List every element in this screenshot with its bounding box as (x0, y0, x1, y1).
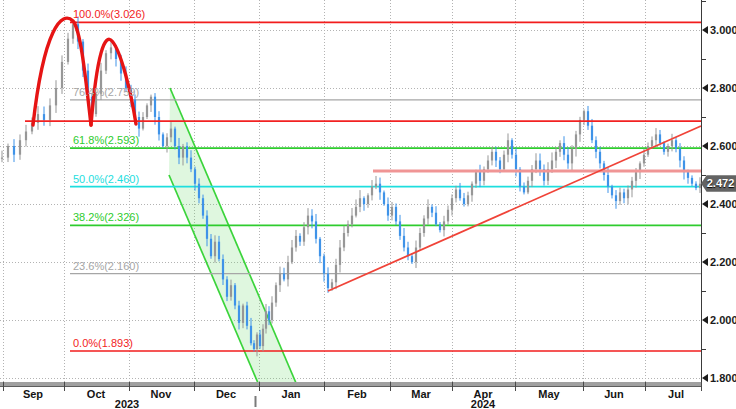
candle (535, 161, 537, 170)
candle (287, 262, 289, 279)
candle (275, 285, 277, 302)
candle (311, 216, 313, 222)
candle (210, 239, 212, 256)
candle (419, 233, 421, 248)
candle (459, 190, 461, 199)
candle (162, 134, 164, 146)
y-axis-arrow (702, 84, 708, 92)
candle (238, 306, 240, 323)
candle (19, 140, 21, 155)
y-axis-label: 2.600 (710, 140, 736, 152)
candle (659, 134, 661, 143)
candle (491, 152, 493, 161)
candle (479, 172, 481, 181)
candle (619, 192, 621, 201)
x-axis-bar (0, 382, 701, 386)
candle (471, 184, 473, 196)
candle (627, 190, 629, 199)
candle (467, 195, 469, 204)
candle (271, 303, 273, 320)
y-axis-label: 2.400 (710, 198, 736, 210)
x-axis-year-label: 2024 (471, 398, 495, 409)
x-axis-month-label: Dec (216, 388, 236, 400)
candle (256, 335, 258, 350)
candle (463, 198, 465, 204)
candle (347, 224, 349, 233)
candle (259, 335, 261, 347)
fib-label[interactable]: 50.0%(2.460) (73, 174, 139, 186)
channel-upper-line[interactable] (170, 88, 296, 383)
candle (198, 184, 200, 199)
trend-line[interactable] (328, 126, 701, 291)
candle (265, 311, 267, 328)
y-axis-arrow (702, 374, 708, 382)
candle (487, 161, 489, 170)
x-axis-month-label: Feb (347, 388, 367, 400)
candle (583, 111, 585, 120)
candle (283, 274, 285, 280)
fib-label[interactable]: 0.0%(1.893) (73, 338, 133, 350)
candle (427, 207, 429, 219)
candle (67, 39, 69, 62)
candle (158, 117, 160, 134)
candle (230, 285, 232, 297)
candle (623, 192, 625, 198)
candle (331, 282, 333, 288)
candle (507, 140, 509, 155)
candle (72, 24, 74, 39)
candle (375, 184, 377, 187)
candle (327, 274, 329, 289)
candle (55, 88, 57, 105)
fib-label[interactable]: 38.2%(2.326) (73, 212, 139, 224)
candle (699, 184, 701, 188)
candle (679, 149, 681, 161)
candle (178, 146, 180, 158)
y-axis-label: 2.000 (710, 314, 736, 326)
price-chart: 100.0%(3.026)76.4%(2.759)61.8%(2.593)50.… (0, 0, 736, 409)
y-axis-label: 3.000 (710, 24, 736, 36)
candle (595, 140, 597, 152)
fib-label[interactable]: 100.0%(3.026) (73, 9, 145, 21)
candle (351, 216, 353, 225)
x-axis-month-label: May (538, 388, 559, 400)
candle (439, 224, 441, 230)
y-axis-label: 2.800 (710, 82, 736, 94)
fib-label[interactable]: 76.4%(2.759) (73, 87, 139, 99)
candle (105, 53, 107, 70)
fib-label[interactable]: 23.6%(2.160) (73, 261, 139, 273)
candle (499, 161, 501, 170)
candle (307, 216, 309, 228)
y-axis-arrow (702, 316, 708, 324)
y-axis-arrow (702, 26, 708, 34)
candle (615, 195, 617, 201)
double-top-arc-2[interactable] (91, 39, 136, 125)
candle (49, 105, 51, 120)
candle (299, 236, 301, 242)
candle (539, 161, 541, 170)
candle (13, 146, 15, 155)
candle (687, 172, 689, 178)
candle (226, 279, 228, 296)
candle (675, 140, 677, 149)
fib-label[interactable]: 61.8%(2.593) (73, 135, 139, 147)
candle (663, 143, 665, 152)
x-axis-month-label: Jun (604, 388, 624, 400)
last-price-badge: 2.472 (701, 175, 736, 192)
candle (671, 140, 673, 146)
candle (511, 140, 513, 155)
candle (435, 213, 437, 225)
candle (206, 216, 208, 239)
candle (643, 155, 645, 164)
x-axis-month-label: Jul (668, 388, 684, 400)
candle (319, 239, 321, 256)
candle (234, 285, 236, 305)
candle (495, 152, 497, 161)
candle (110, 47, 112, 53)
candle (447, 210, 449, 222)
candle (559, 143, 561, 152)
candle (253, 343, 255, 349)
candle (503, 155, 505, 170)
candle (1, 158, 3, 159)
x-axis-month-label: Mar (411, 388, 431, 400)
candle (399, 221, 401, 236)
